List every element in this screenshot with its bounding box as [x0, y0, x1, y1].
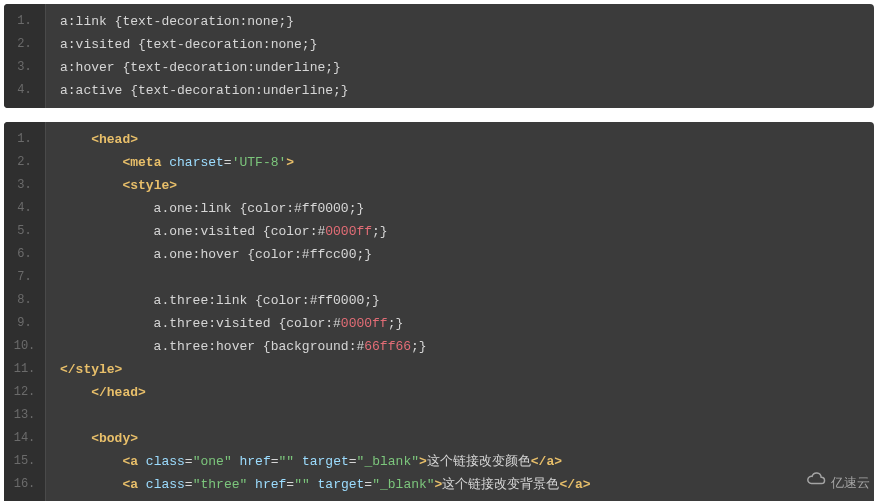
code-token: <a: [122, 477, 138, 492]
line-number: 11.: [4, 357, 46, 380]
line-number: 2.: [4, 32, 46, 55]
code-token: [60, 155, 122, 170]
code-token: =: [271, 454, 279, 469]
code-token: [60, 477, 122, 492]
code-row: 3. <style>: [4, 173, 874, 196]
code-line: a.one:visited {color:#0000ff;}: [46, 219, 874, 242]
code-token: href: [240, 454, 271, 469]
line-number: 16.: [4, 472, 46, 495]
line-number: 5.: [4, 219, 46, 242]
code-token: </head>: [91, 385, 146, 400]
code-row: 9. a.three:visited {color:#0000ff;}: [4, 311, 874, 334]
code-token: 'UTF-8': [232, 155, 287, 170]
code-line: <a class="three" href="" target="_blank"…: [46, 472, 874, 495]
code-token: a:active {text-decoration:underline;}: [60, 83, 349, 98]
code-token: a.one:link {color:#ff0000;}: [60, 201, 364, 216]
code-token: class: [146, 477, 185, 492]
watermark-text: 亿速云: [831, 472, 870, 493]
code-token: [310, 477, 318, 492]
code-token: [138, 454, 146, 469]
line-number: 6.: [4, 242, 46, 265]
code-row: 15. <a class="one" href="" target="_blan…: [4, 449, 874, 472]
line-number: 4.: [4, 196, 46, 219]
code-token: [138, 477, 146, 492]
code-row: 4.a:active {text-decoration:underline;}: [4, 78, 874, 108]
code-token: <style>: [122, 178, 177, 193]
code-token: [60, 408, 68, 423]
code-token: >: [286, 155, 294, 170]
code-line: a.one:link {color:#ff0000;}: [46, 196, 874, 219]
line-number: 14.: [4, 426, 46, 449]
code-line: </head>: [46, 380, 874, 403]
code-token: [60, 132, 91, 147]
code-line: <meta charset='UTF-8'>: [46, 150, 874, 173]
line-number: 10.: [4, 334, 46, 357]
code-row: 12. </head>: [4, 380, 874, 403]
code-token: "one": [193, 454, 232, 469]
line-number: 1.: [4, 4, 46, 32]
line-number: 7.: [4, 265, 46, 288]
code-token: 0000ff: [325, 224, 372, 239]
code-row: 5. a.one:visited {color:#0000ff;}: [4, 219, 874, 242]
line-number: 12.: [4, 380, 46, 403]
code-token: "_blank": [372, 477, 434, 492]
code-line: a.three:link {color:#ff0000;}: [46, 288, 874, 311]
code-row: 3.a:hover {text-decoration:underline;}: [4, 55, 874, 78]
code-token: =: [224, 155, 232, 170]
code-token: "": [279, 454, 295, 469]
code-block-2: 1. <head>2. <meta charset='UTF-8'>3. <st…: [4, 122, 874, 501]
code-row: 8. a.three:link {color:#ff0000;}: [4, 288, 874, 311]
code-token: </a>: [559, 477, 590, 492]
code-token: >: [419, 454, 427, 469]
code-line: <head>: [46, 122, 874, 150]
code-token: a.three:visited {color:#: [60, 316, 341, 331]
code-token: =: [185, 454, 193, 469]
code-token: </a>: [531, 454, 562, 469]
code-line: a:active {text-decoration:underline;}: [46, 78, 874, 108]
code-token: 这个链接改变背景色: [442, 477, 559, 492]
code-row: 10. a.three:hover {background:#66ff66;}: [4, 334, 874, 357]
code-row: 2. <meta charset='UTF-8'>: [4, 150, 874, 173]
code-token: target: [318, 477, 365, 492]
code-row: 17. </body>: [4, 495, 874, 501]
code-token: [60, 385, 91, 400]
code-row: 1.a:link {text-decoration:none;}: [4, 4, 874, 32]
code-line: <style>: [46, 173, 874, 196]
code-row: 7.: [4, 265, 874, 288]
code-row: 4. a.one:link {color:#ff0000;}: [4, 196, 874, 219]
code-line: a:visited {text-decoration:none;}: [46, 32, 874, 55]
code-token: href: [255, 477, 286, 492]
line-number: 15.: [4, 449, 46, 472]
code-line: [46, 265, 874, 288]
code-token: ;}: [372, 224, 388, 239]
code-token: "": [294, 477, 310, 492]
code-token: [294, 454, 302, 469]
cloud-icon: [805, 471, 827, 493]
code-token: [60, 270, 68, 285]
code-row: 14. <body>: [4, 426, 874, 449]
code-token: a:link {text-decoration:none;}: [60, 14, 294, 29]
code-token: a.three:link {color:#ff0000;}: [60, 293, 380, 308]
code-token: ;}: [411, 339, 427, 354]
code-row: 11.</style>: [4, 357, 874, 380]
code-token: <a: [122, 454, 138, 469]
code-token: target: [302, 454, 349, 469]
code-token: <head>: [91, 132, 138, 147]
code-line: <a class="one" href="" target="_blank">这…: [46, 449, 874, 472]
code-line: [46, 403, 874, 426]
code-block-1: 1.a:link {text-decoration:none;}2.a:visi…: [4, 4, 874, 108]
code-row: 16. <a class="three" href="" target="_bl…: [4, 472, 874, 495]
code-token: "three": [193, 477, 248, 492]
code-token: =: [349, 454, 357, 469]
code-token: 这个链接改变颜色: [427, 454, 531, 469]
code-token: charset: [169, 155, 224, 170]
line-number: 3.: [4, 173, 46, 196]
code-row: 1. <head>: [4, 122, 874, 150]
code-token: [60, 431, 91, 446]
code-token: a.one:visited {color:#: [60, 224, 325, 239]
code-row: 13.: [4, 403, 874, 426]
code-line: a.one:hover {color:#ffcc00;}: [46, 242, 874, 265]
code-token: a.one:hover {color:#ffcc00;}: [60, 247, 372, 262]
code-token: [232, 454, 240, 469]
code-row: 2.a:visited {text-decoration:none;}: [4, 32, 874, 55]
